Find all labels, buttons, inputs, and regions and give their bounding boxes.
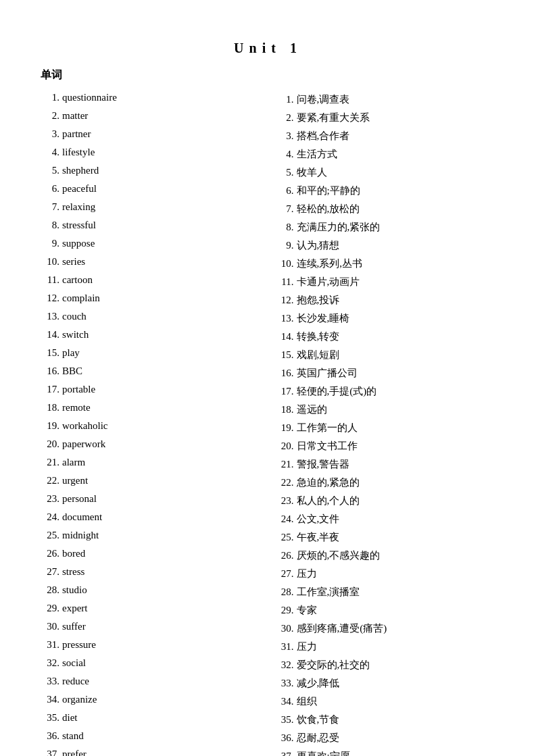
word-number: 18. xyxy=(41,399,59,415)
trans-chinese: 日常文书工作 xyxy=(297,438,496,454)
trans-chinese: 减少,降低 xyxy=(297,675,496,691)
word-item: 2.matter xyxy=(41,107,262,124)
translation-item: 20.日常文书工作 xyxy=(275,438,496,454)
word-english: studio xyxy=(62,582,262,598)
trans-number: 20. xyxy=(275,438,294,454)
word-number: 6. xyxy=(41,180,59,197)
word-number: 4. xyxy=(41,144,59,160)
word-english: partner xyxy=(62,126,262,142)
word-item: 18.remote xyxy=(41,399,262,415)
word-number: 34. xyxy=(41,691,59,707)
trans-chinese: 组织 xyxy=(297,693,496,709)
translation-item: 31.压力 xyxy=(275,638,496,655)
trans-number: 27. xyxy=(275,565,294,582)
trans-chinese: 牧羊人 xyxy=(297,164,496,180)
trans-number: 12. xyxy=(275,292,294,308)
translation-item: 2.要紧,有重大关系 xyxy=(275,109,496,126)
translation-item: 6.和平的;平静的 xyxy=(275,182,496,199)
word-item: 15.play xyxy=(41,345,262,361)
trans-number: 31. xyxy=(275,638,294,655)
word-english: paperwork xyxy=(62,436,262,452)
word-english: matter xyxy=(62,107,262,124)
word-item: 12.complain xyxy=(41,290,262,306)
word-item: 10.series xyxy=(41,253,262,270)
word-english: organize xyxy=(62,691,262,707)
word-item: 22.urgent xyxy=(41,472,262,488)
trans-chinese: 卡通片,动画片 xyxy=(297,274,496,290)
translation-item: 34.组织 xyxy=(275,693,496,709)
trans-number: 9. xyxy=(275,237,294,253)
word-item: 9.suppose xyxy=(41,235,262,251)
word-english: portable xyxy=(62,381,262,397)
word-item: 1.questionnaire xyxy=(41,89,262,105)
word-item: 27.stress xyxy=(41,563,262,580)
trans-chinese: 轻便的,手提(式)的 xyxy=(297,383,496,399)
translation-item: 4.生活方式 xyxy=(275,146,496,162)
word-item: 6.peaceful xyxy=(41,180,262,197)
word-item: 16.BBC xyxy=(41,363,262,379)
word-number: 26. xyxy=(41,545,59,561)
word-number: 8. xyxy=(41,217,59,233)
trans-chinese: 压力 xyxy=(297,565,496,582)
word-number: 21. xyxy=(41,454,59,470)
translation-item: 21.警报,警告器 xyxy=(275,456,496,472)
trans-number: 32. xyxy=(275,657,294,673)
word-english: questionnaire xyxy=(62,89,262,105)
word-number: 32. xyxy=(41,655,59,671)
word-number: 7. xyxy=(41,199,59,215)
trans-number: 23. xyxy=(275,493,294,509)
word-number: 28. xyxy=(41,582,59,598)
translation-item: 3.搭档,合作者 xyxy=(275,128,496,144)
word-number: 35. xyxy=(41,709,59,726)
word-number: 14. xyxy=(41,326,59,343)
word-number: 25. xyxy=(41,527,59,543)
word-item: 37.prefer xyxy=(41,746,262,756)
translation-item: 35.饮食,节食 xyxy=(275,711,496,728)
trans-chinese: 饮食,节食 xyxy=(297,711,496,728)
word-english: complain xyxy=(62,290,262,306)
word-number: 23. xyxy=(41,490,59,507)
word-item: 14.switch xyxy=(41,326,262,343)
trans-chinese: 午夜,半夜 xyxy=(297,529,496,545)
translation-item: 9.认为,猜想 xyxy=(275,237,496,253)
translation-item: 22.急迫的,紧急的 xyxy=(275,474,496,490)
trans-number: 36. xyxy=(275,730,294,746)
translation-item: 12.抱怨,投诉 xyxy=(275,292,496,308)
trans-number: 1. xyxy=(275,91,294,107)
word-number: 31. xyxy=(41,636,59,653)
trans-chinese: 认为,猜想 xyxy=(297,237,496,253)
translation-item: 17.轻便的,手提(式)的 xyxy=(275,383,496,399)
trans-chinese: 抱怨,投诉 xyxy=(297,292,496,308)
translation-item: 24.公文,文件 xyxy=(275,511,496,527)
translation-item: 25.午夜,半夜 xyxy=(275,529,496,545)
word-number: 37. xyxy=(41,746,59,756)
word-number: 12. xyxy=(41,290,59,306)
word-english: diet xyxy=(62,709,262,726)
section-title: 单词 xyxy=(41,68,262,82)
trans-number: 24. xyxy=(275,511,294,527)
word-item: 7.relaxing xyxy=(41,199,262,215)
word-english: peaceful xyxy=(62,180,262,197)
word-item: 26.bored xyxy=(41,545,262,561)
word-item: 32.social xyxy=(41,655,262,671)
word-english: lifestyle xyxy=(62,144,262,160)
trans-chinese: 工作室,演播室 xyxy=(297,584,496,600)
word-number: 29. xyxy=(41,600,59,616)
word-item: 31.pressure xyxy=(41,636,262,653)
word-english: suffer xyxy=(62,618,262,634)
trans-chinese: 警报,警告器 xyxy=(297,456,496,472)
trans-number: 5. xyxy=(275,164,294,180)
trans-chinese: 爱交际的,社交的 xyxy=(297,657,496,673)
trans-chinese: 压力 xyxy=(297,638,496,655)
word-item: 36.stand xyxy=(41,728,262,744)
trans-chinese: 充满压力的,紧张的 xyxy=(297,219,496,235)
word-number: 27. xyxy=(41,563,59,580)
word-item: 25.midnight xyxy=(41,527,262,543)
trans-number: 4. xyxy=(275,146,294,162)
word-number: 16. xyxy=(41,363,59,379)
trans-number: 14. xyxy=(275,328,294,345)
word-english: couch xyxy=(62,308,262,324)
word-item: 20.paperwork xyxy=(41,436,262,452)
trans-number: 18. xyxy=(275,401,294,418)
trans-number: 11. xyxy=(275,274,294,290)
